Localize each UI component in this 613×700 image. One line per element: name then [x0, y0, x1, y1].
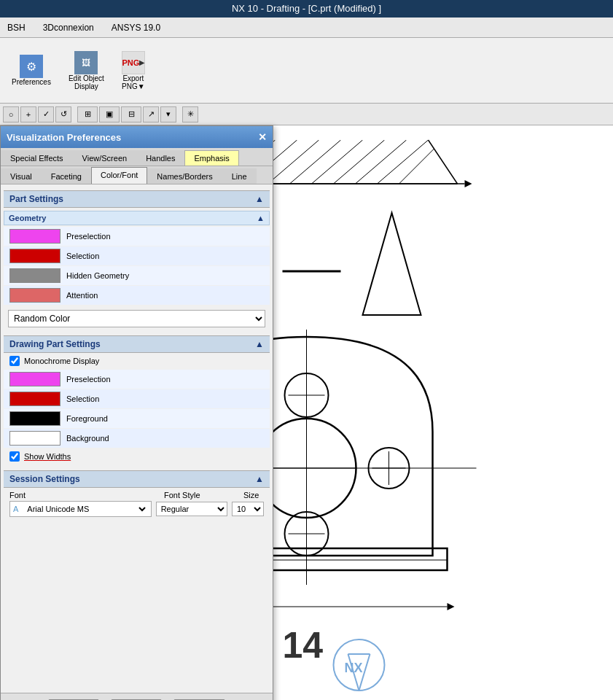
- session-settings-label: Session Settings: [9, 474, 80, 484]
- dialog-buttons: OK Apply Cancel: [1, 693, 273, 700]
- svg-text:14: 14: [283, 625, 324, 666]
- drawing-part-settings-chevron: ▲: [255, 339, 264, 349]
- tab-handles[interactable]: Handles: [136, 150, 184, 166]
- hidden-geometry-label: Hidden Geometry: [66, 271, 129, 280]
- font-select-container: A Arial Unicode MS Arial: [9, 501, 152, 517]
- tab-color-font[interactable]: Color/Font: [91, 167, 147, 184]
- preferences-button[interactable]: ⚙ Preferences: [6, 52, 57, 89]
- show-widths-checkbox[interactable]: [9, 451, 20, 462]
- dp-background-label: Background: [66, 434, 109, 443]
- toolbar: ○ + ✓ ↺ ⊞ ▣ ⊟ ↗ ▾ ✳: [0, 104, 613, 125]
- visualization-preferences-dialog: Visualization Preferences ✕ Special Effe…: [0, 125, 273, 700]
- font-style-select[interactable]: Regular Bold Italic: [156, 502, 227, 516]
- preferences-label: Preferences: [12, 78, 51, 86]
- hidden-geometry-row: Hidden Geometry: [4, 266, 270, 285]
- tb-more-btn[interactable]: ▾: [160, 106, 176, 122]
- part-settings-label: Part Settings: [9, 194, 63, 204]
- selection-row: Selection: [4, 246, 270, 265]
- title-text: NX 10 - Drafting - [C.prt (Modified) ]: [232, 3, 381, 14]
- session-settings-header[interactable]: Session Settings ▲: [4, 470, 270, 488]
- dp-selection-swatch[interactable]: [9, 392, 60, 406]
- monochrome-display-label: Monochrome Display: [24, 357, 99, 365]
- svg-text:NX: NX: [345, 661, 363, 675]
- geometry-label: Geometry: [9, 214, 46, 222]
- random-color-select[interactable]: Random Color: [8, 310, 265, 327]
- part-settings-header[interactable]: Part Settings ▲: [4, 190, 270, 208]
- size-label: Size: [243, 491, 264, 499]
- font-select[interactable]: Arial Unicode MS Arial: [21, 503, 147, 515]
- geometry-header[interactable]: Geometry ▲: [4, 211, 270, 225]
- drawing-part-settings-label: Drawing Part Settings: [9, 339, 101, 349]
- dp-preselection-label: Preselection: [66, 375, 111, 384]
- dp-selection-row: Selection: [4, 389, 270, 408]
- edit-display-label: Edit Object: [69, 74, 104, 82]
- tb-cursor-btn[interactable]: ✳: [182, 106, 198, 122]
- preselection-label: Preselection: [66, 232, 111, 241]
- tb-circle-btn[interactable]: ○: [3, 106, 19, 122]
- tab-row-2: Visual Faceting Color/Font Names/Borders…: [1, 166, 273, 184]
- tb-frame-btn[interactable]: ▣: [99, 106, 120, 122]
- export-png-label: Export: [122, 74, 144, 82]
- edit-object-display-button[interactable]: 🖼 Edit Object Display: [63, 48, 110, 93]
- show-widths-row: Show Widths: [4, 448, 270, 464]
- attention-swatch[interactable]: [9, 288, 60, 303]
- drawing-part-settings-header[interactable]: Drawing Part Settings ▲: [4, 335, 270, 353]
- attention-row: Attention: [4, 286, 270, 305]
- tab-emphasis[interactable]: Emphasis: [184, 150, 238, 166]
- size-select[interactable]: 10 8 12 14: [232, 502, 264, 516]
- dialog-close-button[interactable]: ✕: [258, 131, 267, 143]
- monochrome-display-row: Monochrome Display: [4, 353, 270, 369]
- preselection-swatch[interactable]: [9, 229, 60, 244]
- png-icon: PNG▶: [122, 51, 145, 74]
- dp-background-row: Background: [4, 429, 270, 448]
- tab-visual[interactable]: Visual: [1, 168, 42, 184]
- show-widths-label: Show Widths: [24, 452, 71, 461]
- dp-background-swatch[interactable]: [9, 431, 60, 446]
- dialog-title-bar: Visualization Preferences ✕: [1, 126, 273, 148]
- font-icon: A: [13, 505, 18, 513]
- tb-refresh-btn[interactable]: ↺: [55, 106, 71, 122]
- tab-special-effects[interactable]: Special Effects: [1, 150, 73, 166]
- dialog-content: Part Settings ▲ Geometry ▲ Preselection …: [1, 184, 273, 693]
- font-selects-row: A Arial Unicode MS Arial Regular Bold It…: [4, 499, 270, 520]
- main-area: Visualization Preferences ✕ Special Effe…: [0, 125, 613, 700]
- tab-view-screen[interactable]: View/Screen: [73, 150, 137, 166]
- session-settings-chevron: ▲: [255, 474, 264, 484]
- font-style-label: Font Style: [164, 491, 239, 499]
- export-png-label2: PNG▼: [122, 82, 145, 90]
- edit-display-label2: Display: [74, 82, 98, 90]
- monochrome-display-checkbox[interactable]: [9, 356, 20, 366]
- menu-bsh[interactable]: BSH: [4, 21, 28, 34]
- dp-selection-label: Selection: [66, 394, 99, 403]
- ribbon: ⚙ Preferences 🖼 Edit Object Display PNG▶…: [0, 38, 613, 104]
- dialog-title-text: Visualization Preferences: [7, 132, 121, 143]
- dp-foreground-label: Foreground: [66, 414, 108, 423]
- random-color-row: Random Color: [4, 308, 270, 330]
- preselection-row: Preselection: [4, 227, 270, 246]
- edit-display-icon: 🖼: [74, 51, 98, 74]
- tab-line[interactable]: Line: [222, 168, 257, 184]
- export-png-button[interactable]: PNG▶ Export PNG▼: [116, 48, 151, 93]
- tb-plus-btn[interactable]: +: [20, 106, 36, 122]
- tb-arrow-btn[interactable]: ↗: [143, 106, 159, 122]
- menu-bar: BSH 3Dconnexion ANSYS 19.0: [0, 18, 613, 38]
- tab-row-1: Special Effects View/Screen Handles Emph…: [1, 148, 273, 166]
- tab-faceting[interactable]: Faceting: [42, 168, 91, 184]
- font-labels-row: Font Font Style Size: [4, 488, 270, 499]
- tb-grid-btn[interactable]: ⊟: [121, 106, 141, 122]
- geometry-chevron: ▲: [257, 214, 265, 222]
- hidden-geometry-swatch[interactable]: [9, 268, 60, 283]
- tb-snap-btn[interactable]: ⊞: [77, 106, 98, 122]
- dp-preselection-row: Preselection: [4, 370, 270, 389]
- selection-label: Selection: [66, 252, 99, 260]
- tab-names-borders[interactable]: Names/Borders: [147, 168, 222, 184]
- dp-foreground-swatch[interactable]: [9, 411, 60, 426]
- menu-3dconnexion[interactable]: 3Dconnexion: [40, 21, 97, 34]
- tb-check-btn[interactable]: ✓: [38, 106, 54, 122]
- part-settings-chevron: ▲: [255, 194, 264, 204]
- preferences-icon: ⚙: [20, 55, 43, 78]
- attention-label: Attention: [66, 291, 98, 300]
- menu-ansys[interactable]: ANSYS 19.0: [109, 21, 163, 34]
- dp-preselection-swatch[interactable]: [9, 372, 60, 386]
- selection-swatch[interactable]: [9, 249, 60, 263]
